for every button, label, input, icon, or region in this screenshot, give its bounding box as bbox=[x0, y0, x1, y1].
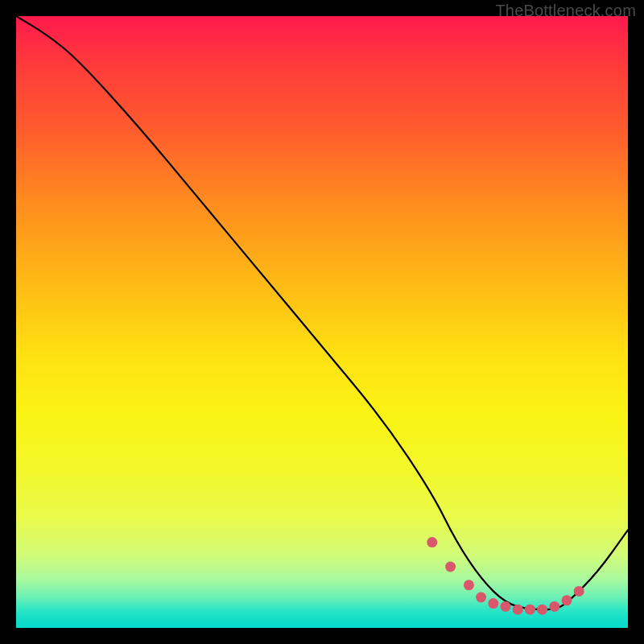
highlight-markers bbox=[427, 537, 584, 615]
chart-stage: TheBottleneck.com bbox=[0, 0, 644, 644]
marker-dot bbox=[501, 601, 511, 612]
marker-dot bbox=[513, 605, 523, 615]
marker-dot bbox=[488, 598, 498, 609]
chart-svg bbox=[16, 16, 628, 628]
marker-dot bbox=[427, 537, 437, 547]
marker-dot bbox=[525, 605, 535, 615]
plot-area bbox=[16, 16, 628, 628]
marker-dot bbox=[464, 580, 474, 590]
marker-dot bbox=[445, 562, 456, 572]
marker-dot bbox=[549, 601, 559, 612]
marker-dot bbox=[574, 586, 584, 597]
marker-dot bbox=[476, 592, 486, 603]
marker-dot bbox=[562, 595, 572, 605]
marker-dot bbox=[537, 605, 547, 615]
curve-line bbox=[16, 16, 628, 609]
